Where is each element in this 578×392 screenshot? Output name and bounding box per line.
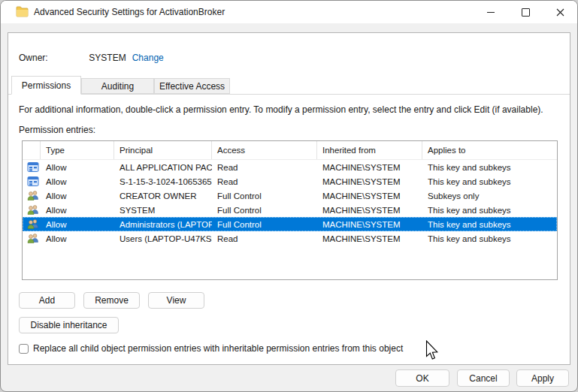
cell-applies-to: Subkeys only [422,191,557,201]
view-button[interactable]: View [148,292,204,309]
cell-type: Allow [41,177,114,186]
user-group-icon [27,204,39,216]
user-group-icon [27,233,39,244]
table-row[interactable]: Allow S-1-15-3-1024-1065365936-12... Rea… [23,174,557,188]
dialog-body-panel: Owner: SYSTEM Change Permissions Auditin… [8,32,570,365]
cell-type: Allow [41,206,114,215]
table-row[interactable]: Allow CREATOR OWNER Full Control MACHINE… [23,188,557,203]
cell-principal: Administrators (LAPTOP-U47... [114,220,212,229]
permission-entries-label: Permission entries: [19,125,95,135]
column-header-icon[interactable] [23,141,41,159]
cell-principal: S-1-15-3-1024-1065365936-12... [114,177,212,186]
cell-principal: CREATOR OWNER [114,191,212,201]
close-button[interactable] [543,1,577,23]
user-group-icon [27,219,39,230]
caption-buttons [474,1,577,23]
disable-inheritance-button[interactable]: Disable inheritance [19,317,119,333]
app-packages-icon [27,161,39,173]
add-button[interactable]: Add [19,292,75,309]
cell-access: Full Control [212,206,317,215]
column-header-access[interactable]: Access [212,141,317,159]
cell-access: Full Control [212,191,317,201]
owner-label: Owner: [19,53,86,63]
cell-principal: ALL APPLICATION PACKAGES [114,163,212,172]
table-header: Type Principal Access Inherited from App… [23,141,557,160]
cell-applies-to: This key and subkeys [422,206,557,215]
cell-access: Full Control [212,220,317,229]
titlebar: Advanced Security Settings for Activatio… [1,1,577,23]
cancel-button[interactable]: Cancel [457,369,510,387]
minimize-icon [487,12,495,13]
app-packages-icon [27,176,39,187]
remove-button[interactable]: Remove [83,292,140,309]
cell-access: Read [212,163,317,172]
cell-applies-to: This key and subkeys [422,220,557,229]
ok-button[interactable]: OK [395,369,449,387]
replace-child-permissions-row: Replace all child object permission entr… [19,343,403,354]
column-header-inherited-from[interactable]: Inherited from [317,141,422,159]
replace-child-permissions-label: Replace all child object permission entr… [33,343,403,354]
cell-inherited-from: MACHINE\SYSTEM [317,163,422,172]
cell-inherited-from: MACHINE\SYSTEM [317,206,422,215]
tabstrip: Permissions Auditing Effective Access [8,76,570,95]
cell-type: Allow [41,234,114,243]
tab-permissions[interactable]: Permissions [11,76,81,95]
info-text: For additional information, double-click… [19,104,564,115]
cell-type: Allow [41,220,114,229]
maximize-button[interactable] [508,1,543,23]
owner-value: SYSTEM [89,53,126,63]
cell-inherited-from: MACHINE\SYSTEM [317,177,422,186]
column-header-type[interactable]: Type [41,141,114,159]
cell-applies-to: This key and subkeys [422,234,557,243]
tab-effective-access[interactable]: Effective Access [154,78,230,94]
column-header-principal[interactable]: Principal [114,141,212,159]
table-row[interactable]: Allow Users (LAPTOP-U47KS53T\Use... Read… [23,231,557,246]
cell-applies-to: This key and subkeys [422,177,557,186]
table-row[interactable]: Allow ALL APPLICATION PACKAGES Read MACH… [23,160,557,174]
replace-child-permissions-checkbox[interactable] [19,344,29,354]
table-row[interactable]: Allow SYSTEM Full Control MACHINE\SYSTEM… [23,203,557,217]
cell-inherited-from: MACHINE\SYSTEM [317,220,422,229]
permission-entries-table: Type Principal Access Inherited from App… [22,140,558,280]
folder-icon [16,6,29,17]
cell-access: Read [212,234,317,243]
cell-type: Allow [41,191,114,201]
maximize-icon [522,8,530,17]
close-icon [556,8,564,17]
window-title: Advanced Security Settings for Activatio… [34,7,225,17]
cell-inherited-from: MACHINE\SYSTEM [317,191,422,201]
cell-inherited-from: MACHINE\SYSTEM [317,234,422,243]
change-owner-link[interactable]: Change [132,53,164,63]
user-group-icon [27,190,39,201]
advanced-security-settings-dialog: Advanced Security Settings for Activatio… [0,0,578,392]
cell-type: Allow [41,163,114,172]
cell-principal: SYSTEM [114,206,212,215]
cell-applies-to: This key and subkeys [422,163,557,172]
owner-row: Owner: SYSTEM Change [19,53,164,63]
column-header-applies-to[interactable]: Applies to [422,141,557,159]
apply-button-disabled: Apply [516,369,569,387]
tab-auditing[interactable]: Auditing [81,78,154,94]
table-row-selected[interactable]: Allow Administrators (LAPTOP-U47... Full… [23,217,557,231]
cell-access: Read [212,177,317,186]
minimize-button[interactable] [474,1,508,23]
cell-principal: Users (LAPTOP-U47KS53T\Use... [114,234,212,243]
